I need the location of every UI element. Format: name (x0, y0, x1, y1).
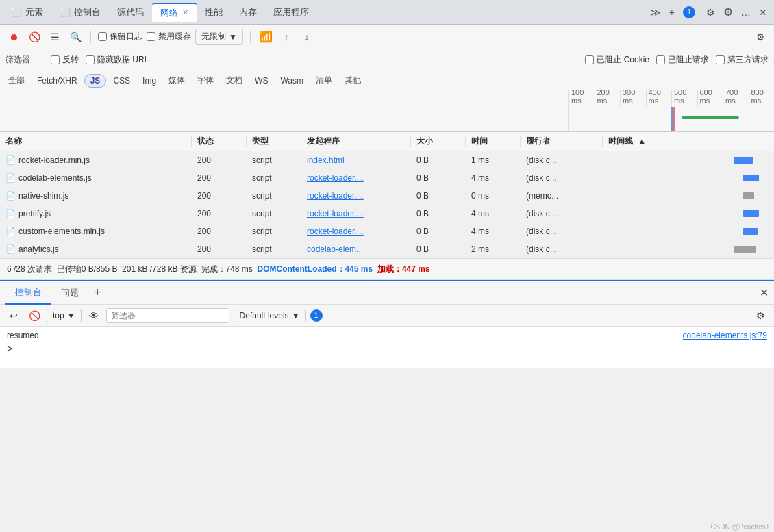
cell-initiator-1[interactable]: rocket-loader.... (301, 173, 411, 183)
console-back-button[interactable]: ↩ (5, 307, 22, 324)
cell-status-5: 200 (192, 244, 247, 254)
console-body: resumed codelab-elements.js:79 > (0, 327, 774, 368)
error-badge: 1 (683, 6, 695, 18)
tab-elements[interactable]: ⬜ 元素 (3, 3, 51, 22)
tab-performance[interactable]: 性能 (197, 3, 231, 22)
type-media[interactable]: 媒体 (163, 73, 190, 88)
th-status[interactable]: 状态 (192, 136, 247, 147)
more-tabs-button[interactable]: ≫ (647, 3, 665, 22)
tab-network-close[interactable]: ✕ (182, 8, 188, 17)
console-close-button[interactable]: ✕ (760, 286, 769, 299)
tab-console[interactable]: ⬜ 控制台 (51, 3, 109, 22)
type-fetch-xhr[interactable]: Fetch/XHR (32, 75, 83, 87)
cell-time-2: 0 ms (466, 191, 521, 201)
cell-initiator-4[interactable]: rocket-loader.... (301, 227, 411, 236)
console-tab-issues[interactable]: 问题 (51, 281, 88, 305)
wf-bar-1 (743, 175, 759, 181)
cell-size-5: 0 B (411, 244, 466, 254)
table-row[interactable]: 📄 codelab-elements.js 200 script rocket-… (0, 169, 774, 187)
table-row[interactable]: 📄 analytics.js 200 script codelab-elem..… (0, 240, 774, 258)
more-options-button[interactable]: … (737, 3, 755, 22)
console-prompt[interactable]: > (0, 342, 774, 355)
add-tab-button[interactable]: + (665, 3, 679, 22)
type-manifest[interactable]: 清单 (310, 73, 338, 88)
upload-button[interactable]: ↑ (278, 29, 295, 45)
search-button[interactable]: 🔍 (67, 29, 84, 45)
console-eye-button[interactable]: 👁 (86, 307, 102, 324)
wifi-icon[interactable]: 📶 (258, 29, 274, 45)
settings-button[interactable]: ⚙ (702, 3, 719, 22)
th-type[interactable]: 类型 (247, 136, 301, 147)
tab-network[interactable]: 网络 ✕ (152, 3, 197, 22)
download-button[interactable]: ↓ (299, 29, 315, 45)
network-settings-button[interactable]: ⚙ (752, 29, 769, 45)
type-other[interactable]: 其他 (339, 73, 366, 88)
levels-selector[interactable]: Default levels ▼ (234, 309, 306, 322)
th-name[interactable]: 名称 (0, 136, 192, 147)
th-size[interactable]: 大小 (411, 136, 466, 147)
tab-memory[interactable]: 内存 (231, 3, 265, 22)
cell-wf-0 (603, 151, 774, 169)
th-timeline[interactable]: 时间线 ▲ (603, 136, 774, 147)
type-font[interactable]: 字体 (192, 73, 219, 88)
tick-600ms: 600 ms (697, 90, 723, 107)
clear-button[interactable]: 🚫 (26, 29, 42, 45)
cell-initiator-5[interactable]: codelab-elem... (301, 244, 411, 254)
hide-data-url-checkbox[interactable]: 隐藏数据 URL (86, 54, 149, 66)
table-row[interactable]: 📄 native-shim.js 200 script rocket-loade… (0, 187, 774, 205)
type-js[interactable]: JS (84, 74, 107, 88)
filter-icon-button[interactable]: ☰ (47, 29, 63, 45)
table-row[interactable]: 📄 rocket-loader.min.js 200 script index.… (0, 151, 774, 169)
cell-initiator-2[interactable]: rocket-loader.... (301, 191, 411, 201)
table-row[interactable]: 📄 prettify.js 200 script rocket-loader..… (0, 205, 774, 223)
wf-row-2 (608, 187, 769, 205)
cell-name-3: 📄 prettify.js (0, 209, 192, 218)
type-doc[interactable]: 文档 (221, 73, 248, 88)
wf-row-5 (608, 240, 769, 258)
table-row[interactable]: 📄 custom-elements.min.js 200 script rock… (0, 223, 774, 240)
console-tab-icon: ⬜ (60, 7, 71, 17)
th-initiator[interactable]: 发起程序 (301, 136, 411, 147)
th-fulfiller[interactable]: 履行者 (521, 136, 603, 147)
type-img[interactable]: Img (137, 75, 162, 87)
console-log-link[interactable]: codelab-elements.js:79 (683, 331, 767, 340)
type-ws[interactable]: WS (249, 75, 273, 87)
console-filter-input[interactable] (106, 308, 229, 323)
console-add-tab[interactable]: + (88, 286, 107, 300)
throttle-select[interactable]: 无限制 ▼ (195, 29, 243, 45)
tab-sources[interactable]: 源代码 (109, 3, 152, 22)
cell-fulfiller-2: (memo... (521, 191, 603, 201)
cell-fulfiller-3: (disk c... (521, 209, 603, 218)
close-devtools-button[interactable]: ✕ (755, 3, 771, 22)
dom-loaded-line (671, 107, 673, 131)
type-css[interactable]: CSS (108, 75, 136, 87)
context-selector[interactable]: top ▼ (47, 309, 82, 322)
th-time[interactable]: 时间 (466, 136, 521, 147)
cell-initiator-0[interactable]: index.html (301, 155, 411, 165)
cell-status-3: 200 (192, 209, 247, 218)
invert-checkbox[interactable]: 反转 (51, 54, 79, 66)
network-toolbar: ⏺ 🚫 ☰ 🔍 保留日志 禁用缓存 无限制 ▼ 📶 ↑ ↓ ⚙ (0, 25, 774, 49)
console-clear-button[interactable]: 🚫 (26, 307, 42, 324)
blocked-cookies-checkbox[interactable]: 已阻止 Cookie (585, 54, 649, 66)
disable-cache-checkbox[interactable]: 禁用缓存 (147, 31, 191, 42)
cell-initiator-3[interactable]: rocket-loader.... (301, 209, 411, 218)
type-all[interactable]: 全部 (3, 73, 30, 88)
cell-name-2: 📄 native-shim.js (0, 191, 192, 201)
inspect-icon: ⬜ (11, 7, 22, 17)
console-settings-button[interactable]: ⚙ (752, 307, 769, 324)
console-tab-console[interactable]: 控制台 (5, 281, 51, 305)
record-button[interactable]: ⏺ (5, 29, 22, 45)
tab-application[interactable]: 应用程序 (265, 3, 317, 22)
blocked-requests-checkbox[interactable]: 已阻止请求 (656, 54, 709, 66)
preserve-log-checkbox[interactable]: 保留日志 (98, 31, 142, 42)
customize-button[interactable]: ⚙ (719, 3, 737, 22)
third-party-checkbox[interactable]: 第三方请求 (716, 54, 769, 66)
type-wasm[interactable]: Wasm (275, 75, 309, 87)
file-icon: 📄 (5, 173, 16, 183)
resource-bar (682, 116, 739, 119)
console-tab-bar: 控制台 问题 + ✕ (0, 281, 774, 305)
cell-type-4: script (247, 227, 301, 236)
wf-row-3 (608, 205, 769, 223)
tick-500ms: 500 ms (671, 90, 697, 107)
